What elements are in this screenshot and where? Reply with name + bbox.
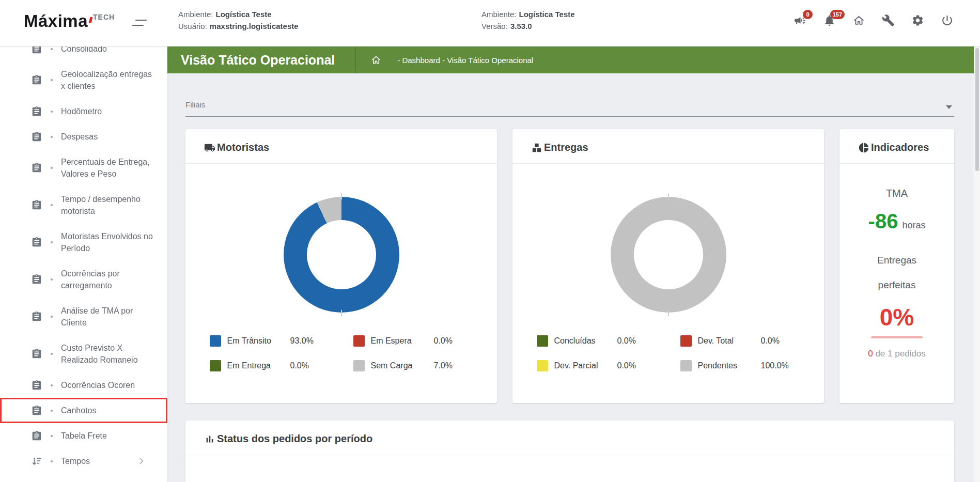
status-pedidos-card: Status dos pedidos por período bbox=[185, 421, 954, 482]
sidebar-item-consolidado[interactable]: Consolidado bbox=[0, 46, 167, 61]
sidebar-item-label: Geolocalização entregas x clientes bbox=[61, 68, 153, 92]
usuario-value: maxstring.logisticateste bbox=[210, 22, 299, 30]
sidebar-item-tempos[interactable]: Tempos bbox=[0, 448, 167, 474]
legend-item-sem-carga[interactable]: Sem Carga 7.0% bbox=[353, 360, 473, 371]
indicadores-body: TMA -86horas Entregas perfeitas 0% 0 de … bbox=[839, 164, 954, 359]
legend-swatch bbox=[537, 335, 548, 347]
clipboard-icon bbox=[31, 74, 42, 86]
legend-label: Dev. Parcial bbox=[554, 361, 617, 370]
legend-value: 0.0% bbox=[434, 336, 453, 346]
legend-value: 93.0% bbox=[290, 336, 314, 346]
sidebar-item-label: Motoristas Envolvidos no Período bbox=[61, 230, 153, 254]
indicadores-card-title: Indicadores bbox=[871, 142, 929, 153]
perfect-deliveries-detail: 0 de 1 pedidos bbox=[839, 349, 954, 359]
legend-item-dev-total[interactable]: Dev. Total 0.0% bbox=[680, 335, 800, 347]
motoristas-card: Motoristas Em Trânsito 93.0% bbox=[185, 129, 497, 403]
bullet-dot bbox=[51, 278, 53, 281]
legend-label: Concluídas bbox=[554, 336, 617, 346]
home-button[interactable] bbox=[852, 14, 866, 27]
ambiente-value: Logística Teste bbox=[216, 10, 272, 19]
filiais-select[interactable]: Filiais bbox=[185, 100, 954, 117]
logo-accent-mark bbox=[89, 17, 93, 23]
clipboard-icon bbox=[31, 162, 42, 174]
status-pedidos-header: Status dos pedidos por período bbox=[185, 421, 954, 455]
legend-label: Pendentes bbox=[698, 361, 761, 370]
entregas-donut-chart[interactable] bbox=[611, 197, 726, 313]
clipboard-icon bbox=[31, 380, 42, 391]
sidebar-item-despesas[interactable]: Despesas bbox=[0, 124, 167, 149]
indicadores-card-header: Indicadores bbox=[839, 129, 954, 164]
percent-underline-bar bbox=[871, 336, 923, 338]
legend-value: 100.0% bbox=[761, 361, 789, 370]
breadcrumb-home-icon[interactable] bbox=[370, 54, 382, 66]
menu-toggle-button[interactable] bbox=[130, 15, 149, 30]
sidebar-item-cadastros[interactable]: Cadastros bbox=[0, 474, 167, 482]
legend-item-dev-parcial[interactable]: Dev. Parcial 0.0% bbox=[537, 360, 657, 371]
pie-chart-icon bbox=[858, 142, 869, 153]
entregas-legend: Concluídas 0.0% Dev. Total 0.0% Dev. Par… bbox=[512, 335, 824, 371]
legend-label: Em Trânsito bbox=[227, 336, 290, 346]
legend-label: Em Espera bbox=[371, 336, 434, 346]
legend-item-pendentes[interactable]: Pendentes 100.0% bbox=[680, 360, 800, 371]
maximatech-logo[interactable]: MáximaTECH bbox=[24, 11, 115, 33]
perfect-deliveries-percent: 0% bbox=[839, 303, 954, 331]
announcements-button[interactable]: 0 bbox=[794, 14, 807, 27]
detail-rest: de 1 pedidos bbox=[873, 349, 926, 359]
clipboard-icon bbox=[31, 199, 42, 211]
legend-label: Dev. Total bbox=[698, 336, 761, 346]
sidebar-item-tempo-desempenho[interactable]: Tempo / desempenho motorista bbox=[0, 186, 167, 224]
donut-hole bbox=[634, 220, 703, 289]
clipboard-icon bbox=[31, 430, 42, 442]
detail-count: 0 bbox=[868, 349, 873, 359]
notifications-button[interactable]: 157 bbox=[823, 14, 836, 27]
motoristas-donut-chart[interactable] bbox=[284, 197, 399, 313]
tma-label: TMA bbox=[839, 188, 954, 199]
sidebar-item-canhotos[interactable]: Canhotos bbox=[0, 398, 167, 423]
sidebar-item-label: Ocorrências Ocoren bbox=[61, 379, 135, 391]
perfect-deliveries-line2: perfeitas bbox=[839, 279, 954, 291]
chart-tick bbox=[668, 193, 669, 199]
legend-value: 7.0% bbox=[434, 361, 453, 370]
notifications-badge: 157 bbox=[830, 10, 845, 19]
sidebar-item-motoristas-envolvidos[interactable]: Motoristas Envolvidos no Período bbox=[0, 224, 167, 261]
sidebar-nav: Consolidado Geolocalização entregas x cl… bbox=[0, 46, 167, 482]
truck-icon bbox=[204, 142, 215, 153]
legend-label: Em Entrega bbox=[227, 361, 290, 370]
legend-item-em-espera[interactable]: Em Espera 0.0% bbox=[353, 335, 473, 347]
entregas-card-title: Entregas bbox=[544, 142, 588, 153]
tools-button[interactable] bbox=[882, 14, 895, 27]
settings-button[interactable] bbox=[911, 14, 925, 27]
bullet-dot bbox=[51, 460, 53, 462]
clipboard-icon bbox=[31, 348, 42, 360]
scrollbar[interactable] bbox=[974, 46, 980, 482]
sidebar-item-label: Consolidado bbox=[61, 46, 107, 55]
sidebar-item-label: Ocorrências por carregamento bbox=[61, 268, 153, 291]
scrollbar-thumb[interactable] bbox=[975, 48, 979, 171]
status-pedidos-title: Status dos pedidos por período bbox=[217, 433, 372, 445]
sidebar-item-label: Hodômetro bbox=[61, 105, 102, 117]
sidebar-item-custo-previsto[interactable]: Custo Previsto X Realizado Romaneio bbox=[0, 335, 167, 372]
sidebar-item-percentuais-entrega[interactable]: Percentuais de Entrega, Valores e Peso bbox=[0, 149, 167, 186]
sidebar-item-geolocalizacao[interactable]: Geolocalização entregas x clientes bbox=[0, 61, 167, 99]
header-divider bbox=[355, 46, 356, 73]
sidebar-item-ocorrencias-carregamento[interactable]: Ocorrências por carregamento bbox=[0, 261, 167, 298]
legend-item-em-entrega[interactable]: Em Entrega 0.0% bbox=[210, 360, 330, 371]
motoristas-card-title: Motoristas bbox=[217, 142, 269, 153]
sidebar-item-ocorrencias-ocoren[interactable]: Ocorrências Ocoren bbox=[0, 372, 167, 398]
legend-swatch bbox=[210, 335, 221, 347]
legend-value: 0.0% bbox=[761, 336, 780, 346]
bullet-dot bbox=[51, 435, 53, 437]
logout-button[interactable] bbox=[941, 14, 954, 27]
top-bar: MáximaTECH Ambiente:Logística Teste Usuá… bbox=[0, 0, 980, 46]
sidebar-item-tabela-frete[interactable]: Tabela Frete bbox=[0, 423, 167, 448]
logo-brand-text: Máxima bbox=[24, 11, 88, 30]
hamburger-icon bbox=[130, 15, 149, 30]
bullet-dot bbox=[51, 353, 53, 355]
versao-value: 3.53.0 bbox=[510, 22, 532, 30]
bullet-dot bbox=[51, 111, 53, 113]
legend-value: 0.0% bbox=[617, 361, 636, 370]
sidebar-item-analise-tma[interactable]: Análise de TMA por Cliente bbox=[0, 298, 167, 335]
legend-item-em-transito[interactable]: Em Trânsito 93.0% bbox=[210, 335, 330, 347]
sidebar-item-hodometro[interactable]: Hodômetro bbox=[0, 99, 167, 124]
legend-item-concluidas[interactable]: Concluídas 0.0% bbox=[537, 335, 657, 347]
